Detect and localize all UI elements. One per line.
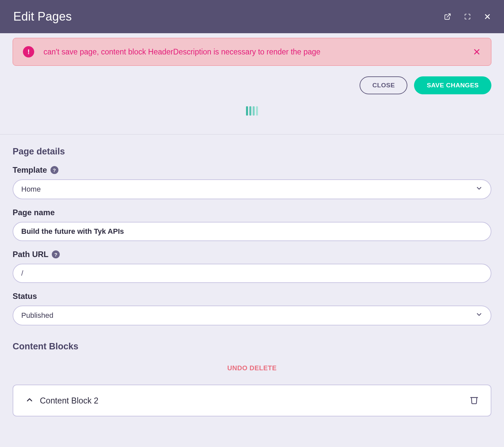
help-icon[interactable]: ? [52,250,60,258]
path-url-label: Path URL [13,250,48,259]
template-value: Home [21,185,41,194]
modal-header: Edit Pages [0,0,504,33]
alert-close-icon[interactable] [472,47,481,56]
page-details-title: Page details [13,134,491,165]
action-bar: CLOSE SAVE CHANGES [13,66,491,94]
page-name-input[interactable] [13,222,491,241]
save-changes-button[interactable]: SAVE CHANGES [414,76,491,94]
help-icon[interactable]: ? [50,166,58,174]
svg-line-0 [447,14,450,17]
fullscreen-icon[interactable] [463,13,471,21]
chevron-up-icon [25,396,34,405]
status-value: Published [21,311,53,320]
trash-icon[interactable] [469,395,479,406]
content-block-item[interactable]: Content Block 2 [13,385,491,416]
alert-icon: ! [23,46,34,57]
close-icon[interactable] [483,13,491,21]
page-name-label: Page name [13,208,55,217]
error-alert: ! can't save page, content block HeaderD… [13,38,491,66]
status-label: Status [13,292,37,301]
path-url-field[interactable] [21,269,483,278]
status-select[interactable]: Published [13,306,491,325]
path-url-input[interactable] [13,264,491,283]
alert-message: can't save page, content block HeaderDes… [43,47,320,56]
undo-delete-button[interactable]: UNDO DELETE [13,364,491,385]
template-select[interactable]: Home [13,179,491,199]
loading-indicator [13,94,491,134]
page-name-field[interactable] [21,227,483,236]
chevron-down-icon [475,311,483,320]
close-button[interactable]: CLOSE [360,76,407,94]
template-label: Template [13,165,47,175]
chevron-down-icon [475,185,483,194]
external-link-icon[interactable] [444,13,452,21]
modal-title: Edit Pages [13,10,72,24]
content-block-title: Content Block 2 [40,396,99,405]
content-blocks-title: Content Blocks [13,334,491,364]
